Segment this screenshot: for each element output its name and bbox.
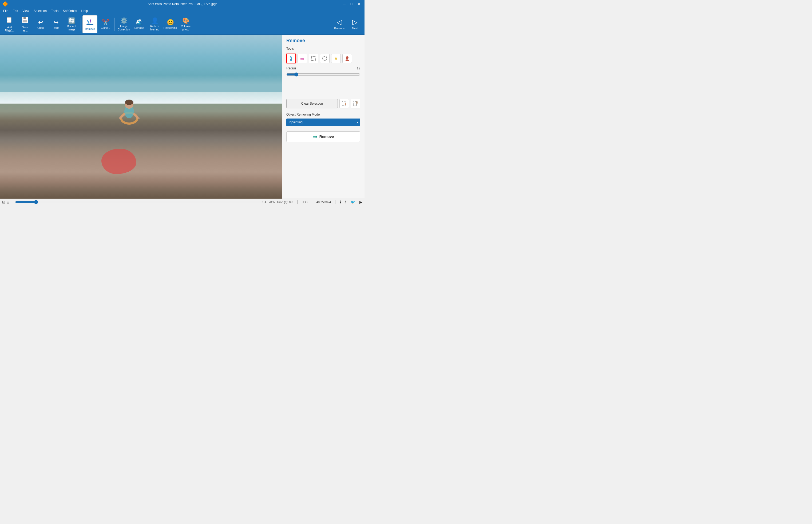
image-correction-label: Image Correction	[118, 25, 130, 31]
remove-btn-label: Remove	[319, 134, 334, 139]
denoise-label: Denoise	[135, 27, 145, 30]
zoom-in-button[interactable]: +	[265, 200, 267, 204]
toolbar-colorize[interactable]: 🎨 Colorize photo	[178, 15, 193, 33]
minimize-button[interactable]: ─	[341, 1, 348, 7]
clear-selection-button[interactable]: Clear Selection	[286, 99, 338, 109]
magic-wand-button[interactable]	[331, 54, 341, 63]
toolbar-sep-3	[330, 18, 331, 31]
svg-line-13	[120, 114, 124, 118]
menu-file[interactable]: File	[1, 9, 11, 13]
status-sep-3	[312, 200, 312, 204]
image-canvas[interactable]	[0, 35, 282, 199]
eraser-tool-button[interactable]	[298, 54, 307, 63]
remove-action-button[interactable]: ⇒ Remove	[286, 131, 360, 142]
toolbar-redo[interactable]: ↪ Redo	[49, 15, 64, 33]
person-in-water	[118, 97, 140, 129]
mode-select[interactable]: Inpainting Content-Aware Fill Clone	[286, 118, 360, 126]
undo-label: Undo	[37, 27, 44, 30]
svg-rect-25	[345, 60, 349, 61]
fit-to-window-icon[interactable]: ⊡	[2, 200, 5, 204]
radius-label: Radius	[286, 66, 350, 70]
toolbar-clone[interactable]: ✂️ Clone...	[98, 15, 113, 33]
rect-select-button[interactable]	[309, 54, 318, 63]
remove-button-row: ⇒ Remove	[282, 129, 365, 144]
stamp-tool-button[interactable]	[342, 54, 352, 63]
redo-icon: ↪	[54, 19, 58, 26]
mode-select-row[interactable]: Inpainting Content-Aware Fill Clone	[282, 117, 365, 129]
toolbar-remove[interactable]: Remove	[82, 15, 97, 33]
panel-spacer-1	[282, 81, 365, 97]
clone-label: Clone...	[101, 27, 110, 30]
canvas-area[interactable]	[0, 35, 282, 199]
main-area: Remove Tools	[0, 35, 365, 199]
toolbar-sep-1	[81, 18, 81, 31]
toolbar-previous[interactable]: ◁ Previous	[332, 15, 347, 33]
save-as-icon	[21, 16, 29, 26]
window-controls: ─ □ ✕	[341, 1, 362, 7]
toolbar-next[interactable]: ▷ Next	[348, 15, 362, 33]
remove-tool-icon	[86, 18, 94, 27]
radius-slider[interactable]	[286, 72, 360, 77]
menu-softorbits[interactable]: SoftOrbits	[61, 9, 79, 13]
svg-rect-5	[86, 24, 94, 25]
toolbar-reduce-blurring[interactable]: 👤 Reduce blurring	[147, 15, 162, 33]
svg-rect-20	[311, 56, 316, 61]
menu-tools[interactable]: Tools	[49, 9, 61, 13]
radius-slider-container[interactable]	[282, 71, 365, 81]
zoom-level: 20%	[269, 200, 275, 204]
status-bar-right: Time (s): 0.6 JPG 4032x3024 ℹ f 🐦 ▶	[277, 200, 362, 204]
add-files-icon: +	[6, 16, 13, 26]
status-sep-2	[297, 200, 298, 204]
remove-arrow-icon: ⇒	[313, 133, 317, 140]
previous-label: Previous	[334, 27, 345, 30]
close-button[interactable]: ✕	[356, 1, 362, 7]
window-title: SoftOrbits Photo Retoucher Pro - IMG_172…	[23, 2, 341, 6]
facebook-icon[interactable]: f	[345, 200, 346, 204]
menu-view[interactable]: View	[20, 9, 32, 13]
toolbar-add-files[interactable]: + Add File(s)...	[2, 15, 17, 33]
tools-section-label: Tools	[282, 46, 365, 51]
redo-label: Redo	[53, 27, 59, 30]
lasso-tool-button[interactable]	[320, 54, 329, 63]
maximize-button[interactable]: □	[349, 1, 355, 7]
retouching-icon: 😊	[167, 19, 174, 26]
toolbar-undo[interactable]: ↩ Undo	[33, 15, 48, 33]
clone-icon: ✂️	[102, 19, 109, 26]
svg-point-23	[346, 56, 349, 59]
undo-icon: ↩	[38, 19, 43, 26]
brush-tool-button[interactable]	[286, 54, 296, 63]
toolbar-discard[interactable]: 🔄 Discard Image	[64, 15, 79, 33]
discard-icon: 🔄	[68, 17, 75, 24]
actual-size-icon[interactable]: ⊟	[6, 200, 10, 204]
toolbar-image-correction[interactable]: ⚙️ Image Correction	[116, 15, 131, 33]
status-bar-left: ⊡ ⊟ − + 20%	[2, 200, 275, 204]
svg-rect-3	[23, 17, 26, 19]
dimensions-display: 4032x3024	[317, 200, 331, 204]
twitter-icon[interactable]: 🐦	[351, 200, 355, 204]
radius-value: 12	[352, 66, 360, 70]
menu-selection[interactable]: Selection	[32, 9, 49, 13]
menu-bar: File Edit View Selection Tools SoftOrbit…	[0, 8, 365, 14]
svg-rect-24	[346, 59, 348, 60]
svg-rect-27	[345, 103, 346, 105]
image-correction-icon: ⚙️	[120, 17, 128, 24]
zoom-out-button[interactable]: −	[12, 200, 14, 204]
clear-selection-row: Clear Selection	[282, 97, 365, 111]
retouching-label: Retouching	[164, 27, 177, 30]
toolbar-retouching[interactable]: 😊 Retouching	[163, 15, 178, 33]
svg-point-12	[125, 100, 133, 105]
save-selection-button[interactable]	[339, 99, 349, 109]
menu-help[interactable]: Help	[79, 9, 90, 13]
colorize-label: Colorize photo	[181, 25, 191, 31]
svg-line-14	[134, 114, 138, 118]
load-selection-button[interactable]	[351, 99, 360, 109]
status-sep-1	[11, 200, 11, 204]
toolbar-save-as[interactable]: Save as...	[18, 15, 33, 33]
youtube-icon[interactable]: ▶	[359, 200, 362, 204]
info-icon[interactable]: ℹ	[340, 200, 341, 204]
menu-edit[interactable]: Edit	[11, 9, 20, 13]
mode-label-text: Object Removing Mode	[286, 113, 320, 116]
zoom-slider[interactable]	[15, 200, 264, 204]
toolbar-denoise[interactable]: 🌊 Denoise	[132, 15, 147, 33]
svg-point-17	[290, 60, 292, 61]
